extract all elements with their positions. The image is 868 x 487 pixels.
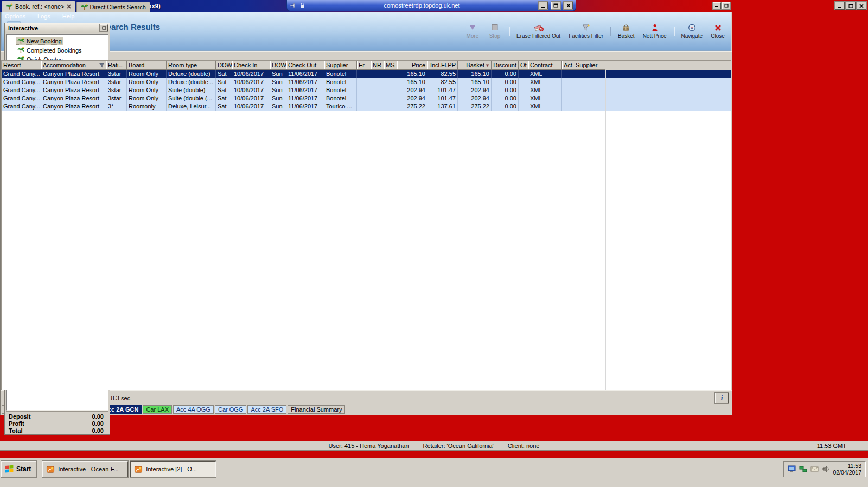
table-cell: 202.94	[458, 94, 492, 102]
menubar: Options Logs Help	[0, 12, 868, 20]
more-button[interactable]: More	[464, 23, 481, 40]
column-header-contract[interactable]: Contract	[528, 61, 562, 70]
stop-icon	[490, 24, 499, 31]
table-cell: Sat	[216, 86, 232, 94]
tray-display-icon[interactable]	[788, 465, 796, 473]
window-close-button[interactable]	[857, 2, 866, 10]
result-row[interactable]: Grand Cany...Canyon Plaza Resort3starRoo…	[2, 78, 731, 86]
close-icon	[714, 24, 722, 31]
navigate-button[interactable]: Navigate	[680, 23, 704, 40]
tab-booking-ref[interactable]: Book. ref.: <none>	[2, 1, 75, 12]
table-cell: Deluxe (double)	[167, 70, 216, 78]
tab-direct-clients-search[interactable]: Direct Clients Search	[76, 2, 150, 12]
clock-date: 02/04/2017	[833, 469, 861, 476]
result-row[interactable]: Grand Cany...Canyon Plaza Resort3starRoo…	[2, 94, 731, 102]
tray-network-icon[interactable]	[799, 465, 807, 473]
basket-button[interactable]: Basket	[616, 23, 636, 40]
tab-acc-4a-ogg[interactable]: Acc 4A OGG	[173, 405, 214, 414]
rdp-minimize-button[interactable]	[539, 2, 548, 9]
compass-icon	[688, 24, 696, 31]
table-cell: 10/06/2017	[232, 78, 270, 86]
table-cell: 10/06/2017	[232, 94, 270, 102]
table-cell	[357, 86, 371, 94]
menu-options[interactable]: Options	[5, 13, 25, 20]
pin-icon[interactable]	[290, 2, 296, 9]
menu-help[interactable]: Help	[62, 13, 75, 20]
tab-financial-summary[interactable]: Financial Summary	[288, 405, 345, 414]
column-header-supplier[interactable]: Supplier	[324, 61, 357, 70]
window-minimize-button[interactable]	[835, 2, 845, 10]
status-retailer: Retailer: 'Ocean California'	[423, 443, 494, 449]
tab-acc-2a-sfo[interactable]: Acc 2A SFO	[247, 405, 286, 414]
table-cell	[519, 70, 528, 78]
column-header-resort[interactable]: Resort	[2, 61, 41, 70]
table-cell: Bonotel	[324, 78, 357, 86]
table-cell: Canyon Plaza Resort	[41, 102, 106, 111]
column-header-nr[interactable]: NR	[371, 61, 384, 70]
rdp-restore-button[interactable]	[551, 2, 560, 9]
table-cell: 82.55	[427, 70, 458, 78]
table-cell: Room Only	[127, 94, 167, 102]
panel-maximize-button[interactable]	[722, 2, 730, 9]
taskbar-grip[interactable]	[39, 462, 40, 476]
tray-mail-icon[interactable]	[810, 465, 819, 473]
close-tab-icon[interactable]	[67, 4, 71, 9]
window-restore-button[interactable]	[846, 2, 856, 10]
column-header-rating[interactable]: Rati...	[106, 61, 127, 70]
info-button[interactable]: i	[715, 393, 729, 403]
erase-filtered-out-button[interactable]: Erase Filtered Out	[515, 23, 562, 40]
result-row[interactable]: Grand Cany...Canyon Plaza Resort3starRoo…	[2, 86, 731, 94]
button-label: Stop	[489, 33, 501, 39]
table-cell: 11/06/2017	[286, 78, 324, 86]
table-cell: Grand Cany...	[2, 70, 41, 78]
tab-car-lax[interactable]: Car LAX	[143, 405, 172, 414]
column-header-ms[interactable]: MS	[384, 61, 397, 70]
column-header-accommodation[interactable]: Accommodation	[41, 61, 106, 70]
panel-minimize-button[interactable]	[713, 2, 721, 9]
column-header-price[interactable]: Price	[397, 61, 427, 70]
sidebar-item-new-booking[interactable]: New Booking	[7, 36, 108, 46]
table-cell: Grand Cany...	[2, 78, 41, 86]
toolbar-separator	[674, 27, 674, 36]
tab-car-ogg[interactable]: Car OGG	[215, 405, 246, 414]
table-cell: Sun	[270, 78, 286, 86]
close-results-button[interactable]: Close	[709, 23, 726, 40]
result-row[interactable]: Grand Cany...Canyon Plaza Resort3starRoo…	[2, 70, 731, 78]
nett-price-button[interactable]: Nett Price	[641, 23, 668, 40]
interactive-app-icon	[134, 465, 143, 473]
filter-active-icon[interactable]	[99, 63, 104, 68]
stop-button[interactable]: Stop	[486, 23, 503, 40]
result-row[interactable]: Grand Cany...Canyon Plaza Resort3*Roomon…	[2, 102, 731, 111]
sidebar-collapse-button[interactable]	[100, 24, 108, 31]
table-cell: Bonotel	[324, 86, 357, 94]
table-cell: 11/06/2017	[286, 102, 324, 111]
column-header-incl-fl-pp[interactable]: Incl.Fl.PP	[427, 61, 458, 70]
column-header-dow-in[interactable]: DOW	[216, 61, 232, 70]
column-header-dow-out[interactable]: DOW	[270, 61, 286, 70]
column-header-discount[interactable]: Discount	[492, 61, 519, 70]
palm-icon	[6, 3, 13, 10]
rdp-close-button[interactable]	[564, 2, 573, 9]
column-header-of[interactable]: Of	[519, 61, 528, 70]
taskbar-button-interactive-1[interactable]: Interactive - Ocean-F...	[42, 461, 128, 477]
table-cell	[357, 102, 371, 111]
sidebar-item-completed-bookings[interactable]: Completed Bookings	[7, 46, 108, 55]
start-button[interactable]: Start	[1, 461, 36, 477]
facilities-filter-button[interactable]: Facilities Filter	[567, 23, 605, 40]
total-label: Profit	[9, 420, 24, 427]
table-cell: Canyon Plaza Resort	[41, 70, 106, 78]
table-cell	[371, 78, 384, 86]
column-header-board[interactable]: Board	[127, 61, 167, 70]
column-header-basket[interactable]: Basket	[458, 61, 492, 70]
column-header-act-supplier[interactable]: Act. Supplier	[562, 61, 605, 70]
column-header-check-in[interactable]: Check In	[232, 61, 270, 70]
table-cell: XML	[528, 78, 562, 86]
table-cell: Grand Cany...	[2, 102, 41, 111]
column-header-room-type[interactable]: Room type	[167, 61, 216, 70]
menu-logs[interactable]: Logs	[37, 13, 50, 20]
column-header-check-out[interactable]: Check Out	[286, 61, 324, 70]
table-cell	[562, 78, 605, 86]
tray-volume-icon[interactable]	[822, 465, 829, 473]
column-header-er[interactable]: Er	[357, 61, 371, 70]
taskbar-button-interactive-2[interactable]: Interactive [2] - O...	[130, 461, 216, 477]
